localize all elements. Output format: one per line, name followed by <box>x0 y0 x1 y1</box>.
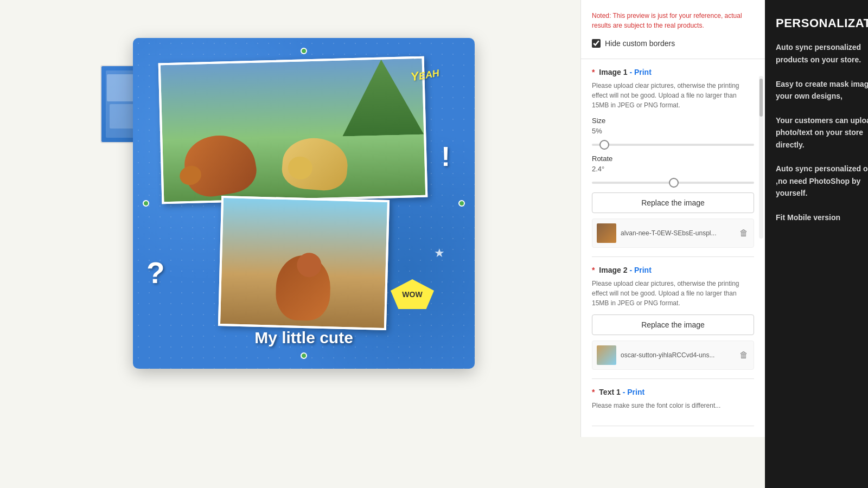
blanket-text: My little cute <box>254 329 353 347</box>
image1-file-thumb <box>597 223 616 243</box>
image1-required: * <box>592 68 595 76</box>
image1-file-row: alvan-nee-T-0EW-SEbsE-unspl... 🗑 <box>592 219 754 248</box>
image2-print: - Print <box>629 266 651 274</box>
dog-1-shape <box>180 130 259 201</box>
image1-rotate-value: 2.4° <box>592 165 754 173</box>
image1-size-slider-container <box>592 138 754 148</box>
question-decoration: ? <box>146 255 165 290</box>
note-text: Noted: This preview is just for your ref… <box>592 11 754 30</box>
image2-thumb-preview <box>597 345 616 365</box>
image1-size-value: 5% <box>592 127 754 135</box>
blanket-background: YEAH ! ? WOW ★ My little cute <box>133 38 475 369</box>
handle-top[interactable] <box>301 48 307 54</box>
image1-label: Image 1 <box>599 68 627 76</box>
exclaim-decoration: ! <box>441 141 450 172</box>
star-decoration: ★ <box>434 246 445 260</box>
left-panel: YEAH ! ? WOW ★ My little cute <box>0 0 580 488</box>
beach-dog-photo <box>220 198 387 328</box>
replace-image1-button[interactable]: Replace the image <box>592 192 754 213</box>
hide-borders-checkbox[interactable] <box>592 39 601 48</box>
handle-left[interactable] <box>143 200 149 207</box>
photo-frame-2 <box>218 196 390 330</box>
image2-required: * <box>592 266 595 274</box>
handle-bottom[interactable] <box>301 352 307 359</box>
image1-file-name: alvan-nee-T-0EW-SEbsE-unspl... <box>621 229 734 237</box>
product-preview: YEAH ! ? WOW ★ My little cute <box>100 22 480 466</box>
image2-delete-button[interactable]: 🗑 <box>738 350 749 361</box>
image1-size-label: Size <box>592 117 754 125</box>
image2-desc: Please upload clear pictures, otherwise … <box>592 279 754 308</box>
image1-desc: Please upload clear pictures, otherwise … <box>592 81 754 110</box>
right-panel-wrapper: Noted: This preview is just for your ref… <box>580 0 765 488</box>
image1-size-slider[interactable] <box>592 144 754 146</box>
image1-thumb-preview <box>597 223 616 243</box>
text1-desc: Please make sure the font color is diffe… <box>592 401 754 410</box>
image2-file-name: oscar-sutton-yihlaRCCvd4-uns... <box>621 351 734 359</box>
handle-right[interactable] <box>458 200 465 207</box>
image1-rotate-slider-container <box>592 176 754 186</box>
text1-print: - Print <box>623 388 644 396</box>
blanket-product: YEAH ! ? WOW ★ My little cute <box>133 38 475 369</box>
text1-label: Text 1 <box>599 388 620 396</box>
text1-required: * <box>592 388 595 396</box>
image1-delete-button[interactable]: 🗑 <box>738 228 749 239</box>
personalization-line1: Auto sync personalized products on your … <box>776 41 868 223</box>
personalization-title: PERSONALIZATION <box>776 16 868 30</box>
dogs-photo <box>161 59 425 202</box>
replace-image2-button[interactable]: Replace the image <box>592 314 754 335</box>
image1-rotate-label-row: Rotate 2.4° <box>592 155 754 173</box>
image1-print: - Print <box>629 68 651 76</box>
right-panel: Noted: This preview is just for your ref… <box>580 0 765 437</box>
image1-size-label-row: Size 5% <box>592 117 754 135</box>
image2-file-row: oscar-sutton-yihlaRCCvd4-uns... 🗑 <box>592 341 754 370</box>
image2-label: Image 2 <box>599 266 627 274</box>
text1-title: * Text 1 - Print <box>592 388 754 396</box>
hide-borders-row[interactable]: Hide custom borders <box>592 39 754 48</box>
image1-rotate-slider[interactable] <box>592 182 754 184</box>
scrollbar[interactable] <box>759 76 763 239</box>
text1-section: * Text 1 - Print Please make sure the fo… <box>592 379 754 426</box>
scrollbar-thumb[interactable] <box>760 79 763 117</box>
info-panel: PERSONALIZATION Auto sync personalized p… <box>765 0 868 488</box>
image1-rotate-label: Rotate <box>592 155 754 163</box>
hide-borders-label: Hide custom borders <box>605 39 675 48</box>
image1-section: * Image 1 - Print Please upload clear pi… <box>592 59 754 257</box>
image2-file-thumb <box>597 345 616 365</box>
image1-title: * Image 1 - Print <box>592 68 754 76</box>
wow-badge: WOW <box>391 279 434 309</box>
image2-title: * Image 2 - Print <box>592 266 754 274</box>
image2-section: * Image 2 - Print Please upload clear pi… <box>592 257 754 379</box>
photo-frame-1 <box>158 56 428 204</box>
